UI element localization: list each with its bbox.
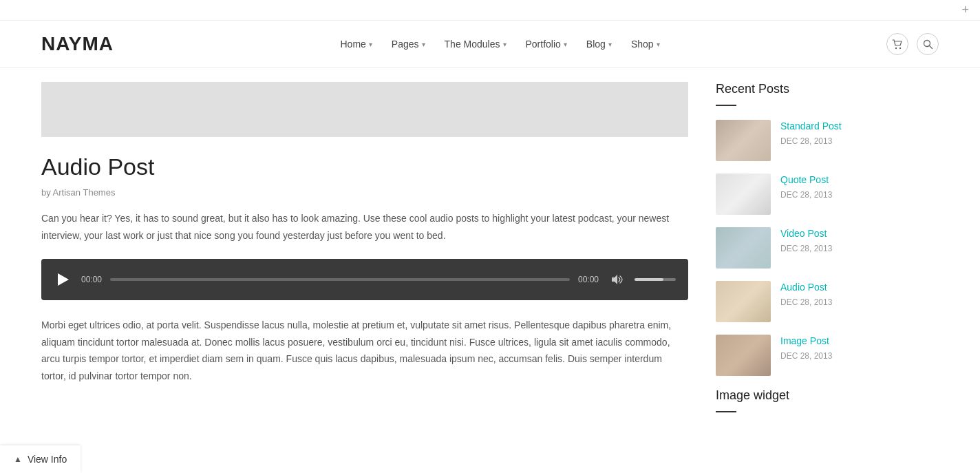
cart-icon [892,39,903,50]
recent-post-date-2: DEC 28, 2013 [780,190,832,200]
plus-icon[interactable]: + [961,3,969,17]
nav-modules-arrow: ▾ [503,41,507,48]
nav-portfolio-label: Portfolio [526,39,561,50]
volume-slider[interactable] [635,278,676,281]
recent-post-info-1: Standard Post DEC 28, 2013 [780,120,842,146]
nav-pages-arrow: ▾ [422,41,425,48]
recent-post-thumbnail-5[interactable] [716,335,771,376]
recent-post-date-5: DEC 28, 2013 [780,351,832,361]
image-widget-divider [716,411,736,412]
recent-post-thumbnail-1[interactable] [716,120,771,161]
recent-post-link-3[interactable]: Video Post [780,227,832,240]
sidebar: Recent Posts Standard Post DEC 28, 2013 … [716,68,922,423]
mute-button[interactable] [607,270,626,289]
post-author: by Artisan Themes [41,187,688,198]
image-widget-title: Image widget [716,388,922,403]
nav-shop-label: Shop [631,39,654,50]
recent-post-info-2: Quote Post DEC 28, 2013 [780,174,832,200]
nav-home[interactable]: Home ▾ [341,39,372,50]
audio-time-total: 00:00 [578,275,599,284]
nav-modules[interactable]: The Modules ▾ [445,39,507,50]
nav-modules-label: The Modules [445,39,500,50]
main-nav: Home ▾ Pages ▾ The Modules ▾ Portfolio ▾… [341,39,660,50]
recent-post-info-4: Audio Post DEC 28, 2013 [780,281,832,307]
recent-post-link-2[interactable]: Quote Post [780,174,832,186]
audio-player: 00:00 00:00 [41,259,688,300]
recent-post-date-3: DEC 28, 2013 [780,244,832,253]
main-container: Audio Post by Artisan Themes Can you hea… [0,68,980,423]
nav-blog-label: Blog [586,39,606,50]
recent-posts-title: Recent Posts [716,82,922,96]
site-header: NAYMA Home ▾ Pages ▾ The Modules ▾ Portf… [0,21,980,68]
svg-point-1 [899,48,901,49]
volume-fill [635,278,663,281]
svg-line-3 [929,45,932,48]
content-area: Audio Post by Artisan Themes Can you hea… [41,68,688,423]
recent-post-thumbnail-3[interactable] [716,227,771,269]
recent-post-link-1[interactable]: Standard Post [780,120,842,132]
recent-post-info-5: Image Post DEC 28, 2013 [780,335,832,361]
nav-pages[interactable]: Pages ▾ [392,39,425,50]
cart-button[interactable] [886,33,908,55]
volume-icon [610,273,623,286]
list-item: Video Post DEC 28, 2013 [716,227,922,269]
recent-post-thumbnail-4[interactable] [716,281,771,322]
hero-image [41,82,688,137]
nav-shop[interactable]: Shop ▾ [631,39,660,50]
post-body-intro: Can you hear it? Yes, it has to sound gr… [41,210,688,244]
recent-post-link-4[interactable]: Audio Post [780,281,832,293]
nav-blog-arrow: ▾ [608,41,612,48]
list-item: Quote Post DEC 28, 2013 [716,174,922,215]
search-button[interactable] [917,33,939,55]
nav-home-arrow: ▾ [369,41,372,48]
nav-shop-arrow: ▾ [657,41,660,48]
recent-posts-divider [716,105,736,106]
recent-post-thumbnail-2[interactable] [716,174,771,215]
play-icon [58,273,69,286]
list-item: Audio Post DEC 28, 2013 [716,281,922,322]
recent-post-link-5[interactable]: Image Post [780,335,832,347]
top-bar: + [0,0,980,21]
audio-time-current: 00:00 [81,275,102,284]
header-icons [886,33,939,55]
search-icon [923,39,933,50]
list-item: Standard Post DEC 28, 2013 [716,120,922,161]
nav-pages-label: Pages [392,39,419,50]
site-logo[interactable]: NAYMA [41,33,114,55]
play-button[interactable] [54,270,73,289]
nav-portfolio[interactable]: Portfolio ▾ [526,39,567,50]
nav-blog[interactable]: Blog ▾ [586,39,612,50]
nav-home-label: Home [341,39,366,50]
post-title: Audio Post [41,154,688,180]
list-item: Image Post DEC 28, 2013 [716,335,922,376]
recent-post-date-1: DEC 28, 2013 [780,136,832,146]
audio-progress-bar[interactable] [110,278,570,281]
recent-post-info-3: Video Post DEC 28, 2013 [780,227,832,253]
post-body-main: Morbi eget ultrices odio, at porta velit… [41,317,688,384]
nav-portfolio-arrow: ▾ [564,41,567,48]
recent-post-date-4: DEC 28, 2013 [780,297,832,307]
svg-marker-4 [612,275,617,284]
svg-point-0 [895,48,897,49]
